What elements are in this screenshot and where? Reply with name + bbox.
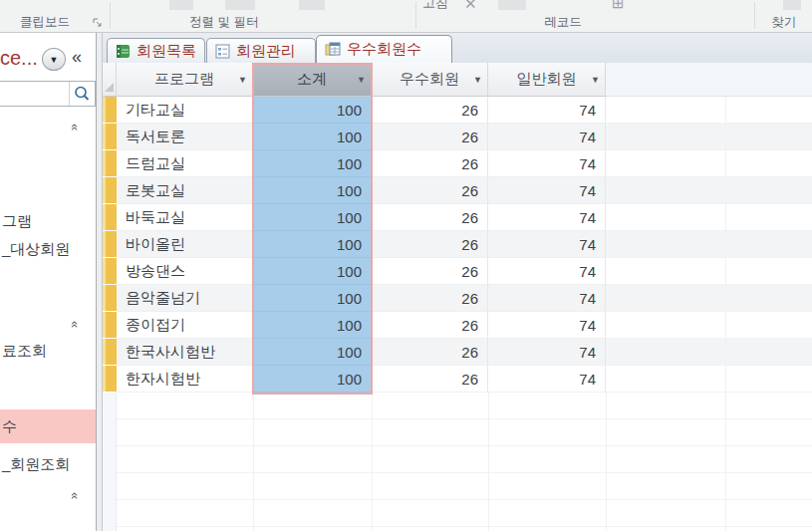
cell-general[interactable]: 74 bbox=[488, 204, 606, 231]
cell-program[interactable]: 한자시험반 bbox=[117, 366, 253, 393]
record-selector[interactable] bbox=[103, 285, 117, 312]
cell-general[interactable]: 74 bbox=[488, 97, 606, 124]
column-header-excellent[interactable]: 우수회원 ▼ bbox=[372, 63, 488, 97]
record-selector[interactable] bbox=[103, 204, 117, 231]
cell-general[interactable]: 74 bbox=[488, 339, 606, 366]
cell-excellent[interactable]: 26 bbox=[372, 231, 488, 258]
cell-subtotal[interactable]: 100 bbox=[253, 150, 372, 177]
search-icon[interactable] bbox=[73, 85, 91, 107]
cell-general[interactable]: 74 bbox=[488, 285, 606, 312]
cell-program[interactable]: 한국사시험반 bbox=[117, 339, 253, 366]
column-header-subtotal[interactable]: 소계 ▼ bbox=[253, 63, 372, 97]
nav-item-excellent-member-count[interactable]: 수 bbox=[0, 409, 96, 443]
column-header-general[interactable]: 일반회원 ▼ bbox=[488, 63, 606, 97]
tab-member-list[interactable]: 회원목록 bbox=[107, 38, 205, 63]
cell-general[interactable]: 74 bbox=[488, 312, 606, 339]
tab-member-management[interactable]: 회원관리 bbox=[206, 38, 316, 63]
cell-excellent[interactable]: 26 bbox=[372, 366, 488, 393]
select-all-corner[interactable] bbox=[103, 63, 117, 97]
cell-subtotal[interactable]: 100 bbox=[253, 366, 372, 393]
chevron-down-icon[interactable]: ▼ bbox=[357, 75, 366, 85]
cell-excellent[interactable]: 26 bbox=[372, 177, 488, 204]
record-selector[interactable] bbox=[103, 124, 117, 150]
delete-icon[interactable]: ✕ bbox=[464, 0, 477, 13]
group-label-sort-filter: 정렬 및 필터 bbox=[149, 14, 299, 30]
table-row: 한국사시험반1002674 bbox=[103, 339, 812, 366]
nav-pane-menu-button[interactable]: ▼ bbox=[42, 48, 66, 71]
table-row: 한자시험반1002674 bbox=[103, 366, 812, 393]
record-selector[interactable] bbox=[103, 177, 117, 204]
gridline bbox=[372, 393, 373, 531]
nav-item-program[interactable]: 그램 bbox=[0, 210, 96, 232]
record-selector[interactable] bbox=[103, 366, 117, 393]
clipboard-dialog-launcher-icon[interactable] bbox=[93, 15, 104, 26]
table-icon bbox=[116, 44, 131, 59]
nav-item-member-query[interactable]: _회원조회 bbox=[0, 453, 96, 475]
chevron-down-icon[interactable]: ▼ bbox=[591, 75, 600, 85]
record-selector[interactable] bbox=[103, 231, 117, 258]
nav-item-fee-query[interactable]: 료조회 bbox=[0, 340, 96, 362]
row-filler bbox=[606, 97, 812, 124]
column-header-program[interactable]: 프로그램 ▼ bbox=[117, 63, 253, 97]
table-row: 음악줄넘기1002674 bbox=[103, 285, 812, 312]
refresh-all-button[interactable]: 고침 bbox=[422, 0, 464, 12]
cell-excellent[interactable]: 26 bbox=[372, 258, 488, 285]
cell-program[interactable]: 바둑교실 bbox=[117, 204, 253, 231]
group-separator bbox=[110, 2, 111, 29]
refresh-all-label: 고침 bbox=[422, 0, 448, 10]
cell-subtotal[interactable]: 100 bbox=[253, 124, 372, 150]
cell-general[interactable]: 74 bbox=[488, 150, 606, 177]
datasheet: 프로그램 ▼ 소계 ▼ 우수회원 ▼ 일반회원 ▼ 기타교실1002674독서토… bbox=[103, 63, 812, 531]
cell-general[interactable]: 74 bbox=[488, 366, 606, 393]
record-selector[interactable] bbox=[103, 312, 117, 339]
cell-general[interactable]: 74 bbox=[488, 231, 606, 258]
cell-program[interactable]: 방송댄스 bbox=[117, 258, 253, 285]
cell-excellent[interactable]: 26 bbox=[372, 204, 488, 231]
nav-item-target-members[interactable]: _대상회원 bbox=[0, 238, 96, 260]
cell-program[interactable]: 로봇교실 bbox=[117, 177, 253, 204]
cell-program[interactable]: 독서토론 bbox=[117, 124, 253, 150]
cell-excellent[interactable]: 26 bbox=[372, 285, 488, 312]
group-collapse-chevron-icon[interactable]: « bbox=[68, 124, 83, 129]
group-collapse-chevron-icon[interactable]: « bbox=[68, 492, 83, 497]
search-divider bbox=[69, 82, 70, 106]
cell-subtotal[interactable]: 100 bbox=[253, 285, 372, 312]
record-selector[interactable] bbox=[103, 339, 117, 366]
cell-general[interactable]: 74 bbox=[488, 177, 606, 204]
cell-subtotal[interactable]: 100 bbox=[253, 231, 372, 258]
cell-subtotal[interactable]: 100 bbox=[253, 177, 372, 204]
row-filler bbox=[606, 124, 812, 150]
cell-subtotal[interactable]: 100 bbox=[253, 312, 372, 339]
cell-subtotal[interactable]: 100 bbox=[253, 204, 372, 231]
chevron-down-icon[interactable]: ▼ bbox=[473, 75, 482, 85]
cell-excellent[interactable]: 26 bbox=[372, 97, 488, 124]
cell-subtotal[interactable]: 100 bbox=[253, 258, 372, 285]
cell-general[interactable]: 74 bbox=[488, 124, 606, 150]
cell-program[interactable]: 종이접기 bbox=[117, 312, 253, 339]
cell-program[interactable]: 기타교실 bbox=[117, 97, 253, 124]
record-selector[interactable] bbox=[103, 150, 117, 177]
table-body: 기타교실1002674독서토론1002674드럼교실1002674로봇교실100… bbox=[103, 97, 812, 393]
cell-excellent[interactable]: 26 bbox=[372, 124, 488, 150]
cell-program[interactable]: 드럼교실 bbox=[117, 150, 253, 177]
chevron-down-icon[interactable]: ▼ bbox=[238, 75, 247, 85]
table-row: 기타교실1002674 bbox=[103, 97, 812, 124]
cell-excellent[interactable]: 26 bbox=[372, 339, 488, 366]
totals-icon[interactable]: ⊞ bbox=[612, 0, 625, 12]
cell-excellent[interactable]: 26 bbox=[372, 312, 488, 339]
nav-pane-title: ce... bbox=[0, 47, 38, 70]
nav-search-box[interactable] bbox=[0, 81, 96, 107]
cell-subtotal[interactable]: 100 bbox=[253, 339, 372, 366]
cell-program[interactable]: 바이올린 bbox=[117, 231, 253, 258]
cell-general[interactable]: 74 bbox=[488, 258, 606, 285]
tab-label: 우수회원수 bbox=[347, 40, 421, 59]
cell-excellent[interactable]: 26 bbox=[372, 150, 488, 177]
cell-program[interactable]: 음악줄넘기 bbox=[117, 285, 253, 312]
record-selector[interactable] bbox=[103, 258, 117, 285]
shutter-bar-close-icon[interactable]: « bbox=[72, 47, 82, 68]
table-row: 종이접기1002674 bbox=[103, 312, 812, 339]
group-collapse-chevron-icon[interactable]: « bbox=[68, 321, 83, 326]
cell-subtotal[interactable]: 100 bbox=[253, 97, 372, 124]
tab-excellent-member-count[interactable]: 우수회원수 bbox=[316, 35, 452, 63]
record-selector[interactable] bbox=[103, 97, 117, 124]
